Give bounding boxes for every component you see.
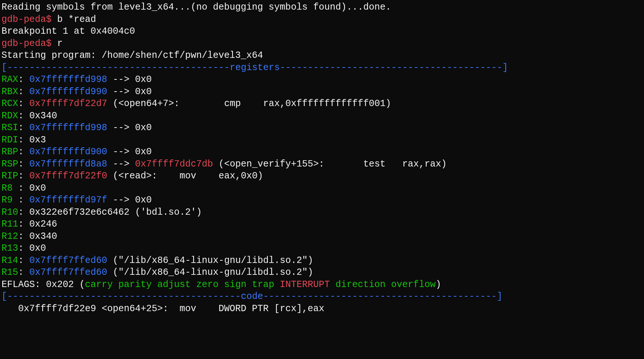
breakpoint-line: Breakpoint 1 at 0x4004c0 [1,26,135,37]
reg-rax-name: RAX [1,74,18,85]
colon: : [18,231,29,242]
colon: : [18,207,29,218]
gdb-prompt: gdb-peda$ [1,14,52,25]
arrow: --> [107,74,135,85]
colon: : [18,171,29,181]
eflags-interrupt: INTERRUPT [280,279,330,290]
code-line-addr: 0x7ffff7df22e9 <open64+25>: [1,303,168,314]
colon: : [18,98,29,109]
reg-r12-val: 0x340 [29,231,57,242]
colon: : [18,219,29,230]
colon: : [18,255,29,266]
colon: : [18,159,29,169]
reg-rbx-val: 0x0 [135,86,152,97]
arrow: --> [107,86,135,97]
reg-rsp-addr: 0x7fffffffd8a8 [29,159,107,169]
reg-rbp-name: RBP [1,146,18,157]
eflags-label: EFLAGS [1,279,35,290]
reading-symbols-line: Reading symbols from level3_x64...(no de… [1,2,391,13]
reg-r15-addr: 0x7ffff7ffed60 [29,267,107,278]
reg-r10-name: R10 [1,207,18,218]
reg-rsi-val: 0x0 [135,122,152,133]
reg-r12-name: R12 [1,231,18,242]
reg-rcx-name: RCX [1,98,18,109]
reg-r15-name: R15 [1,267,18,278]
section-header-registers: [---------------------------------------… [1,62,508,73]
reg-rsi-name: RSI [1,122,18,133]
reg-r9-name: R9 [1,195,18,205]
reg-rip-rest: (<read>: mov eax,0x0) [107,171,263,181]
colon: : [18,74,29,85]
eflags-close: ) [436,279,441,290]
reg-r8-name: R8 [1,183,18,194]
reg-rcx-rest: (<open64+7>: cmp rax,0xfffffffffffff001) [107,98,391,109]
eflags-val: 0x202 [46,279,74,290]
reg-rsp-addr2: 0x7ffff7ddc7db [135,159,213,169]
reg-rdx-name: RDX [1,111,18,121]
reg-rbx-name: RBX [1,86,18,97]
reg-r11-name: R11 [1,219,18,230]
section-header-code: [---------------------------------------… [1,291,502,302]
colon: : [18,267,29,278]
reg-r9-addr: 0x7fffffffd97f [29,195,107,205]
arrow: --> [107,146,135,157]
reg-rdi-val: 0x3 [29,135,46,145]
eflags-open: ( [74,279,85,290]
reg-rsp-rest: (<open_verify+155>: test rax,rax) [213,159,447,169]
reg-rbp-addr: 0x7fffffffd900 [29,146,107,157]
reg-r10-extra: ('bdl.so.2') [129,207,202,218]
reg-r13-name: R13 [1,243,18,254]
arrow: --> [107,195,135,205]
reg-rbp-val: 0x0 [135,146,152,157]
colon: : [35,279,46,290]
eflags-off2: direction overflow [330,279,436,290]
colon: : [18,122,29,133]
command-b: b *read [52,14,96,25]
arrow: --> [107,159,135,169]
reg-rcx-addr: 0x7ffff7df22d7 [29,98,107,109]
reg-rax-val: 0x0 [135,74,152,85]
reg-r13-val: 0x0 [29,243,46,254]
reg-r9-val: 0x0 [135,195,152,205]
reg-rdi-name: RDI [1,135,18,145]
colon: : [18,146,29,157]
arrow: --> [107,122,135,133]
reg-rsp-name: RSP [1,159,18,169]
gdb-prompt: gdb-peda$ [1,38,52,49]
reg-r14-name: R14 [1,255,18,266]
reg-r14-addr: 0x7ffff7ffed60 [29,255,107,266]
reg-r14-rest: ("/lib/x86_64-linux-gnu/libdl.so.2") [107,255,313,266]
starting-program-line: Starting program: /home/shen/ctf/pwn/lev… [1,50,263,61]
colon: : [18,243,29,254]
code-line-rest: mov DWORD PTR [rcx],eax [168,303,324,314]
colon: : [18,135,29,145]
terminal-output[interactable]: Reading symbols from level3_x64...(no de… [1,1,643,315]
reg-r8-val: 0x0 [29,183,46,194]
colon: : [18,183,29,194]
colon: : [18,86,29,97]
reg-rip-addr: 0x7ffff7df22f0 [29,171,107,181]
reg-rip-name: RIP [1,171,18,181]
reg-r10-val: 0x322e6f732e6c6462 [29,207,129,218]
eflags-off1: carry parity adjust zero sign trap [85,279,280,290]
reg-r15-rest: ("/lib/x86_64-linux-gnu/libdl.so.2") [107,267,313,278]
reg-r11-val: 0x246 [29,219,57,230]
reg-rbx-addr: 0x7fffffffd990 [29,86,107,97]
reg-rdx-val: 0x340 [29,111,57,121]
colon: : [18,111,29,121]
command-r: r [52,38,63,49]
colon: : [18,195,29,205]
reg-rsi-addr: 0x7fffffffd998 [29,122,107,133]
reg-rax-addr: 0x7fffffffd998 [29,74,107,85]
